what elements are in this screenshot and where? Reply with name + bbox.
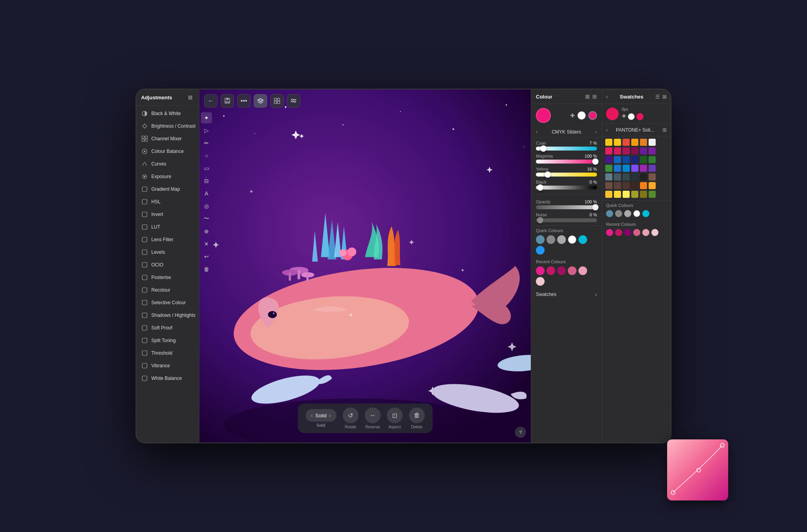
gradient-thumbnail[interactable] <box>667 439 728 500</box>
quick-colour-2[interactable] <box>547 235 555 244</box>
swatch-active-circle[interactable] <box>636 113 643 120</box>
swatch-gray-1[interactable] <box>605 173 612 180</box>
swatch-lemon-1[interactable] <box>605 191 612 198</box>
adj-item-selective-colour[interactable]: Selective Colour <box>136 296 199 309</box>
adjustments-toolbar-button[interactable] <box>287 94 300 108</box>
sw-recent-6[interactable] <box>651 229 658 236</box>
quick-colour-3[interactable] <box>557 235 566 244</box>
adjustments-export-icon[interactable]: ⊠ <box>186 93 194 101</box>
yellow-slider[interactable] <box>536 173 597 177</box>
secondary-colour-swatch[interactable] <box>577 111 586 120</box>
pantone-grid-icon[interactable]: ⊞ <box>662 127 667 133</box>
help-button[interactable]: ? <box>515 427 526 438</box>
recent-colour-1[interactable] <box>536 266 545 275</box>
opacity-slider[interactable] <box>536 205 597 209</box>
active-colour-indicator[interactable] <box>588 111 597 120</box>
swatch-lime-1[interactable] <box>649 191 656 198</box>
swatches-back-arrow[interactable]: ‹ <box>606 93 608 100</box>
crop-tool[interactable]: ⊟ <box>201 175 212 186</box>
select-tool[interactable]: ✦ <box>201 112 212 123</box>
adj-item-exposure[interactable]: Exposure <box>136 170 199 183</box>
quick-colour-6[interactable] <box>536 246 545 255</box>
sw-quick-3[interactable] <box>624 210 631 217</box>
swatches-link[interactable]: Swatches › <box>531 288 602 301</box>
colour-grid-icon[interactable]: ⊞ <box>592 93 597 100</box>
mode-next-arrow[interactable]: › <box>595 129 597 135</box>
mode-prev-arrow[interactable]: ‹ <box>536 129 537 135</box>
recent-colour-3[interactable] <box>557 266 566 275</box>
adj-item-posterise[interactable]: Posterise <box>136 271 199 284</box>
sw-quick-1[interactable] <box>606 210 613 217</box>
sw-recent-3[interactable] <box>624 229 631 236</box>
recent-colour-5[interactable] <box>578 266 587 275</box>
rotate-button[interactable]: ↺ <box>343 407 359 423</box>
swatch-lemon-2[interactable] <box>614 191 621 198</box>
swatch-violet-1[interactable] <box>631 165 638 172</box>
black-slider[interactable] <box>536 186 597 190</box>
close-tool[interactable]: ✕ <box>201 238 212 249</box>
reverse-button[interactable]: ↔ <box>365 407 381 423</box>
adj-item-gradient-map[interactable]: Gradient Map <box>136 183 199 195</box>
swatch-brown-5[interactable] <box>631 182 638 189</box>
type-left-arrow[interactable]: ‹ <box>311 412 313 419</box>
cyan-slider[interactable] <box>536 147 597 151</box>
swatch-main-colour[interactable] <box>606 108 619 120</box>
recent-colour-2[interactable] <box>547 266 555 275</box>
swatch-gray-4[interactable] <box>631 173 638 180</box>
adj-item-colour-balance[interactable]: Colour Balance <box>136 145 199 158</box>
quick-colour-1[interactable] <box>536 235 545 244</box>
save-button[interactable] <box>221 94 234 108</box>
sw-recent-5[interactable] <box>642 229 649 236</box>
sw-recent-2[interactable] <box>615 229 622 236</box>
swatches-export-icon[interactable]: ⊠ <box>662 94 667 100</box>
fill-tool[interactable]: ◎ <box>201 201 212 212</box>
main-colour-swatch[interactable] <box>536 108 551 123</box>
type-right-arrow[interactable]: › <box>329 412 331 419</box>
magenta-slider[interactable] <box>536 160 597 164</box>
swatch-olive-2[interactable] <box>640 191 647 198</box>
adj-item-recolour[interactable]: Recolour <box>136 284 199 296</box>
swatch-gray-3[interactable] <box>623 173 630 180</box>
swatch-brown-3[interactable] <box>614 182 621 189</box>
colour-export-icon[interactable]: ⊠ <box>585 93 590 100</box>
swatch-green-1[interactable] <box>640 156 647 163</box>
swatch-yellow-1[interactable] <box>605 139 612 146</box>
move-tool[interactable]: ▷ <box>201 125 212 136</box>
swatch-pink-4[interactable] <box>631 147 638 154</box>
heal-tool[interactable]: ⊕ <box>201 226 212 237</box>
swatch-purple-1[interactable] <box>640 147 647 154</box>
adj-item-levels[interactable]: Levels <box>136 246 199 259</box>
sw-quick-5[interactable] <box>642 210 649 217</box>
adj-item-shadows-highlights[interactable]: Shadows / Highlights <box>136 309 199 322</box>
adj-item-hsl[interactable]: HSL <box>136 195 199 208</box>
adj-item-channel-mixer[interactable]: Channel Mixer <box>136 132 199 145</box>
swatch-brown-2[interactable] <box>605 182 612 189</box>
swatch-blue-1[interactable] <box>623 156 630 163</box>
swatch-lightblue-1[interactable] <box>623 165 630 172</box>
swatch-orange-1[interactable] <box>631 139 638 146</box>
swatch-orange-2[interactable] <box>640 139 647 146</box>
swatch-violet-2[interactable] <box>640 165 647 172</box>
quick-colour-5[interactable] <box>578 235 587 244</box>
swatch-indigo-1[interactable] <box>605 156 612 163</box>
sw-recent-4[interactable] <box>633 229 640 236</box>
undo-tool[interactable]: ↩ <box>201 251 212 262</box>
swatch-cyan-1[interactable] <box>605 165 612 172</box>
aspect-button[interactable]: ⊡ <box>387 407 403 423</box>
swatches-list-icon[interactable]: ☰ <box>655 94 660 100</box>
adj-item-white-balance[interactable]: White Balance <box>136 372 199 385</box>
adj-item-invert[interactable]: Invert <box>136 208 199 221</box>
sw-recent-1[interactable] <box>606 229 613 236</box>
swatch-blue-2[interactable] <box>631 156 638 163</box>
swatch-pink-3[interactable] <box>623 147 630 154</box>
swatch-red-1[interactable] <box>623 139 630 146</box>
swatch-olive-1[interactable] <box>631 191 638 198</box>
more-button[interactable]: ••• <box>237 94 251 108</box>
pantone-prev[interactable]: ‹ <box>606 127 608 133</box>
swatch-brown-1[interactable] <box>649 173 656 180</box>
adj-item-lens-filter[interactable]: Lens Filter <box>136 233 199 246</box>
sw-quick-4[interactable] <box>633 210 640 217</box>
recent-colour-4[interactable] <box>568 266 576 275</box>
noise-slider[interactable] <box>536 218 597 222</box>
swatch-amber-2[interactable] <box>649 182 656 189</box>
